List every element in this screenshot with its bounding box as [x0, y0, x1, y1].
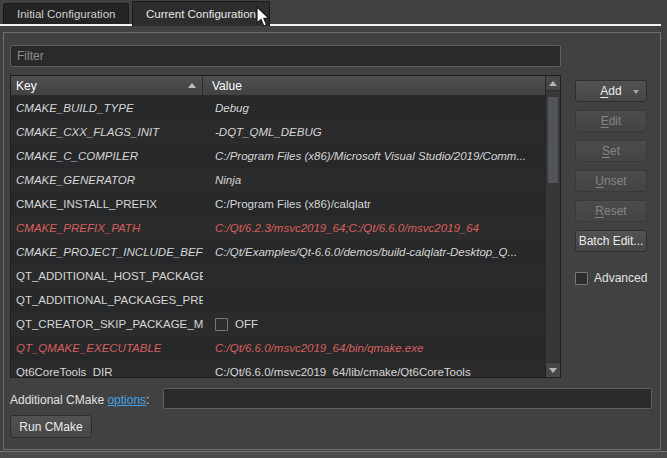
variable-value-cell: Ninja [203, 174, 545, 186]
advanced-label: Advanced [594, 271, 647, 285]
variable-key: CMAKE_PROJECT_INCLUDE_BEFORE [11, 246, 203, 258]
variable-value-cell: OFF [203, 318, 545, 331]
variable-value: C:/Qt/Examples/Qt-6.6.0/demos/build-calq… [215, 246, 517, 258]
table-row[interactable]: Qt6CoreTools_DIR C:/Qt/6.6.0/msvc2019_64… [11, 360, 545, 377]
button-label: Batch Edit... [579, 234, 644, 248]
table-row[interactable]: CMAKE_INSTALL_PREFIX C:/Program Files (x… [11, 192, 545, 216]
variable-key: QT_ADDITIONAL_HOST_PACKAGES... [11, 270, 203, 282]
variable-key: QT_CREATOR_SKIP_PACKAGE_MAN... [11, 318, 203, 330]
variable-value-cell: Debug [203, 102, 545, 114]
variable-key: CMAKE_PREFIX_PATH [11, 222, 203, 234]
scrollbar-thumb[interactable] [547, 96, 559, 184]
button-label: Edit [601, 114, 622, 128]
table-row[interactable]: QT_ADDITIONAL_HOST_PACKAGES... [11, 264, 545, 288]
tab-label: Current Configuration [146, 8, 256, 20]
variable-key: CMAKE_C_COMPILER [11, 150, 203, 162]
table-body: CMAKE_BUILD_TYPE Debug CMAKE_CXX_FLAGS_I… [11, 96, 545, 377]
table-row[interactable]: QT_QMAKE_EXECUTABLE C:/Qt/6.6.0/msvc2019… [11, 336, 545, 360]
variable-value: Ninja [215, 174, 241, 186]
additional-cmake-options-label: Additional CMake options: [10, 393, 149, 407]
cmake-variables-table: Key Value CMAKE_BUILD_TYPE Debug CMAKE_C… [10, 75, 561, 378]
run-cmake-button[interactable]: Run CMake [10, 415, 92, 438]
variable-key: Qt6CoreTools_DIR [11, 366, 203, 377]
vertical-scrollbar[interactable] [545, 76, 560, 377]
table-row[interactable]: CMAKE_PREFIX_PATH C:/Qt/6.2.3/msvc2019_6… [11, 216, 545, 240]
bottom-strip [0, 451, 667, 458]
unset-button: Unset [575, 170, 647, 192]
reset-button: Reset [575, 200, 647, 222]
variable-value: -DQT_QML_DEBUG [215, 126, 322, 138]
variable-key: QT_QMAKE_EXECUTABLE [11, 342, 203, 354]
table-row[interactable]: QT_CREATOR_SKIP_PACKAGE_MAN... OFF [11, 312, 545, 336]
variable-value-cell: C:/Qt/Examples/Qt-6.6.0/demos/build-calq… [203, 246, 545, 258]
variable-value-cell: -DQT_QML_DEBUG [203, 126, 545, 138]
button-label: Run CMake [19, 420, 82, 434]
variable-value: C:/Qt/6.6.0/msvc2019_64/bin/qmake.exe [215, 342, 423, 354]
checkbox-box[interactable] [575, 272, 588, 285]
table-row[interactable]: CMAKE_CXX_FLAGS_INIT -DQT_QML_DEBUG [11, 120, 545, 144]
options-link[interactable]: options [107, 393, 146, 407]
edit-button: Edit [575, 110, 647, 132]
dropdown-caret-icon [633, 90, 639, 94]
column-label: Key [16, 79, 37, 93]
tab-initial-configuration[interactable]: Initial Configuration [3, 3, 129, 24]
column-label: Value [212, 79, 242, 93]
arrow-up-icon [549, 81, 557, 86]
variable-value: OFF [235, 318, 258, 330]
add-button[interactable]: Add [575, 80, 647, 102]
tabbar-baseline [243, 24, 661, 26]
cmake-configuration-panel: Initial Configuration Current Configurat… [0, 0, 667, 458]
table-header: Key Value [11, 76, 545, 96]
button-label: Add [600, 84, 621, 98]
table-row[interactable]: CMAKE_PROJECT_INCLUDE_BEFORE C:/Qt/Examp… [11, 240, 545, 264]
variable-value: C:/Qt/6.2.3/msvc2019_64;C:/Qt/6.6.0/msvc… [215, 222, 479, 234]
sort-ascending-icon [188, 83, 196, 88]
variable-value-cell: C:/Program Files (x86)/Microsoft Visual … [203, 150, 545, 162]
table-row[interactable]: CMAKE_C_COMPILER C:/Program Files (x86)/… [11, 144, 545, 168]
variable-value-cell: C:/Qt/6.6.0/msvc2019_64/bin/qmake.exe [203, 342, 545, 354]
set-button: Set [575, 140, 647, 162]
column-header-value[interactable]: Value [203, 76, 545, 95]
button-label: Unset [595, 174, 626, 188]
variable-value: C:/Program Files (x86)/calqlatr [215, 198, 371, 210]
variable-key: CMAKE_BUILD_TYPE [11, 102, 203, 114]
tab-current-configuration[interactable]: Current Configuration [132, 1, 270, 26]
variable-key: QT_ADDITIONAL_PACKAGES_PREFI... [11, 294, 203, 306]
tab-label: Initial Configuration [17, 8, 115, 20]
scroll-up-button[interactable] [546, 76, 560, 91]
table-row[interactable]: CMAKE_GENERATOR Ninja [11, 168, 545, 192]
tabbar-baseline [0, 24, 132, 26]
batch-edit-button[interactable]: Batch Edit... [575, 230, 647, 252]
variable-value-cell: C:/Qt/6.6.0/msvc2019_64/lib/cmake/Qt6Cor… [203, 366, 545, 377]
additional-cmake-options-input[interactable] [163, 388, 652, 409]
variable-value-cell: C:/Program Files (x86)/calqlatr [203, 198, 545, 210]
variable-key: CMAKE_INSTALL_PREFIX [11, 198, 203, 210]
tab-bar: Initial Configuration Current Configurat… [0, 0, 667, 26]
button-label: Set [602, 144, 620, 158]
arrow-down-icon [549, 368, 557, 373]
variable-value-cell: C:/Qt/6.2.3/msvc2019_64;C:/Qt/6.6.0/msvc… [203, 222, 545, 234]
scroll-down-button[interactable] [546, 362, 560, 377]
button-label: Reset [595, 204, 626, 218]
value-checkbox[interactable] [215, 318, 228, 331]
column-header-key[interactable]: Key [11, 76, 203, 95]
variable-key: CMAKE_GENERATOR [11, 174, 203, 186]
variable-value: C:/Program Files (x86)/Microsoft Visual … [215, 150, 526, 162]
variable-key: CMAKE_CXX_FLAGS_INIT [11, 126, 203, 138]
mouse-cursor-icon [256, 6, 271, 28]
variable-value: Debug [215, 102, 249, 114]
table-row[interactable]: CMAKE_BUILD_TYPE Debug [11, 96, 545, 120]
filter-input[interactable] [10, 45, 561, 67]
variable-value: C:/Qt/6.6.0/msvc2019_64/lib/cmake/Qt6Cor… [215, 366, 471, 377]
advanced-checkbox[interactable]: Advanced [575, 271, 647, 285]
table-row[interactable]: QT_ADDITIONAL_PACKAGES_PREFI... [11, 288, 545, 312]
